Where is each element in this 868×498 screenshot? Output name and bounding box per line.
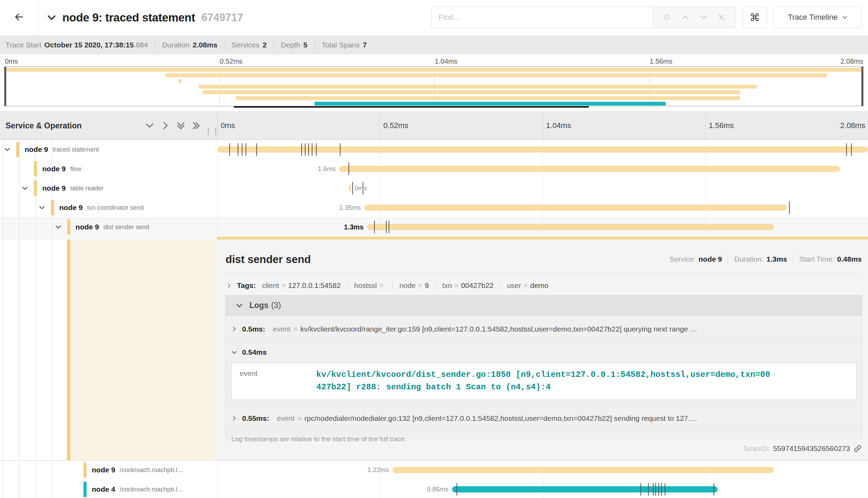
expand-all-icon[interactable] xyxy=(191,121,201,130)
span-duration-bar[interactable] xyxy=(217,146,868,153)
minimap-span-bar xyxy=(199,85,757,89)
divider xyxy=(347,281,348,290)
stat-label: Total Spans xyxy=(322,41,360,49)
minimap-span-bar xyxy=(5,68,864,72)
span-operation-name: traced statement xyxy=(53,146,99,153)
chevron-down-icon[interactable] xyxy=(38,204,45,211)
back-button[interactable] xyxy=(0,0,38,35)
minimap-right-handle[interactable] xyxy=(861,67,863,106)
minimap-scrubber[interactable] xyxy=(234,106,589,108)
logs-list: 0.5ms:event=kv/kvclient/kvcoord/range_it… xyxy=(226,316,862,432)
span-color-swatch xyxy=(34,161,37,176)
view-selector-button[interactable]: Trace Timeline xyxy=(774,7,862,28)
log-marker-tick xyxy=(648,483,649,496)
chevron-down-icon[interactable] xyxy=(21,185,28,192)
span-operation-name: /cockroach.roachpb.l… xyxy=(120,486,184,493)
span-duration-bar[interactable] xyxy=(452,486,718,492)
span-color-swatch xyxy=(67,219,70,235)
link-icon[interactable] xyxy=(853,444,862,453)
find-group xyxy=(431,7,736,28)
collapse-one-icon[interactable] xyxy=(145,121,154,130)
span-service-name[interactable]: node 9dist sender send xyxy=(76,217,149,237)
span-row[interactable]: node 9/cockroach.roachpb.l…1.22ms xyxy=(0,460,868,480)
span-row[interactable]: node 9table reader0ms xyxy=(0,179,868,198)
service-value: node 9 xyxy=(699,255,722,263)
log-detail-table: eventkv/kvclient/kvcoord/dist_sender.go:… xyxy=(231,363,857,400)
expand-one-icon[interactable] xyxy=(161,121,170,130)
log-marker-tick xyxy=(348,163,349,175)
log-field-key: event xyxy=(231,363,316,400)
span-duration-bar[interactable] xyxy=(349,185,351,191)
log-marker-tick xyxy=(655,483,656,496)
log-marker-tick xyxy=(238,143,238,156)
log-equals: = xyxy=(293,325,298,333)
find-controls xyxy=(653,7,735,28)
span-duration-bar[interactable] xyxy=(367,224,774,230)
chevron-down-icon xyxy=(231,350,237,355)
log-marker-tick xyxy=(229,143,230,156)
service-operation-header: Service & Operation xyxy=(6,112,82,139)
keyboard-shortcuts-button[interactable]: ⌘ xyxy=(743,7,767,28)
span-operation-name: table reader xyxy=(70,185,104,192)
chevron-down-icon[interactable] xyxy=(46,12,57,23)
span-duration-bar[interactable] xyxy=(339,166,840,172)
chevron-down-icon[interactable] xyxy=(55,224,62,230)
divider xyxy=(274,40,274,49)
log-field-key: event xyxy=(273,325,291,333)
tag-equals: = xyxy=(523,281,528,290)
tags-row[interactable]: Tags: client=127.0.0.1:54582hostssl=node… xyxy=(226,278,548,293)
span-row[interactable]: node 4/cockroach.roachpb.l…0.85ms xyxy=(0,480,868,498)
logs-section: Logs (3) 0.5ms:event=kv/kvclient/kvcoord… xyxy=(225,295,862,439)
stat-value: 5 xyxy=(303,41,308,49)
minimap-span-bar xyxy=(178,79,181,83)
collapse-all-icon[interactable] xyxy=(176,121,186,130)
span-color-swatch xyxy=(83,482,87,497)
duration-value: 1.3ms xyxy=(767,255,787,263)
tag-equals: = xyxy=(281,281,285,290)
detail-left-fill xyxy=(70,239,217,460)
span-row[interactable]: node 9txn coordinator send1.35ms xyxy=(0,198,868,217)
minimap-axis-tick: 2.08ms xyxy=(840,57,863,65)
locate-icon[interactable] xyxy=(662,13,671,22)
trace-minimap: 0ms0.52ms1.04ms1.56ms2.08ms xyxy=(0,54,868,111)
span-id-value: 5597415943526560273 xyxy=(773,444,850,453)
chevron-down-icon[interactable] xyxy=(699,13,708,22)
log-entry[interactable]: 0.55ms:event=rpc/nodedialer/nodedialer.g… xyxy=(226,405,862,432)
stat-label: Services xyxy=(232,41,260,49)
chevron-up-icon[interactable] xyxy=(681,13,690,22)
span-service-name[interactable]: node 9table reader xyxy=(42,179,104,198)
log-marker-tick xyxy=(256,143,257,156)
logs-header[interactable]: Logs (3) xyxy=(226,296,862,316)
log-entry[interactable]: 0.5ms:event=kv/kvclient/kvcoord/range_it… xyxy=(226,316,862,343)
find-input[interactable] xyxy=(432,7,653,28)
timeline-axis-tick: 1.56ms xyxy=(709,112,734,139)
divider xyxy=(315,40,315,49)
minimap-canvas[interactable] xyxy=(4,66,863,106)
log-entry-expanded-header[interactable]: 0.54ms xyxy=(226,343,862,362)
header-gridline xyxy=(380,112,380,139)
tag-value: 9 xyxy=(425,281,429,290)
log-field-value: rpc/nodedialer/nodedialer.go:132 [n9,cli… xyxy=(304,414,862,423)
span-duration-label: 0ms xyxy=(355,179,367,198)
minimap-left-handle[interactable] xyxy=(5,67,6,106)
span-service-name[interactable]: node 4/cockroach.roachpb.l… xyxy=(92,480,184,498)
timeline-axis-tick: 2.08ms xyxy=(840,112,865,139)
span-service-name[interactable]: node 9flow xyxy=(42,159,81,179)
log-marker-tick xyxy=(301,143,302,156)
span-service-name[interactable]: node 9/cockroach.roachpb.l… xyxy=(92,460,184,480)
close-icon[interactable] xyxy=(717,13,726,22)
span-row[interactable]: node 9traced statement xyxy=(0,140,868,159)
span-duration-bar[interactable] xyxy=(364,205,787,211)
span-row[interactable]: node 9dist sender send1.3ms xyxy=(0,217,868,237)
log-timestamp: 0.55ms: xyxy=(242,414,269,423)
chevron-down-icon[interactable] xyxy=(4,146,11,153)
span-row[interactable]: node 9flow1.6ms xyxy=(0,159,868,179)
span-duration-bar[interactable] xyxy=(392,467,774,473)
span-detail-title: dist sender send xyxy=(225,253,311,266)
log-field-value: kv/kvclient/kvcoord/dist_sender.go:1850 … xyxy=(316,363,777,400)
detail-span-band xyxy=(67,239,70,460)
start-time-value: 0.48ms xyxy=(837,255,862,263)
span-service-name[interactable]: node 9txn coordinator send xyxy=(59,198,144,217)
span-service-name[interactable]: node 9traced statement xyxy=(25,140,99,159)
column-resizer[interactable] xyxy=(208,128,216,135)
